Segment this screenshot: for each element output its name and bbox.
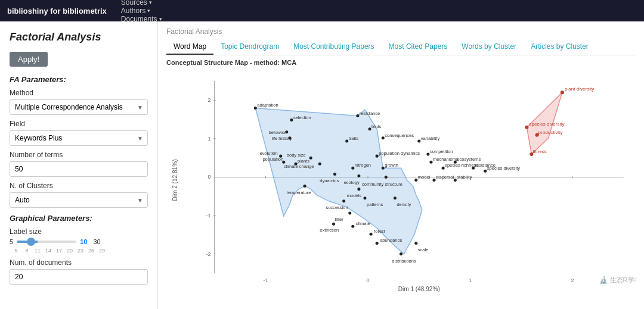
svg-text:dynamics: dynamics <box>320 178 339 183</box>
svg-text:body size: body size <box>287 152 306 158</box>
tab-topic-dendrogram[interactable]: Topic Dendrogram <box>213 39 286 55</box>
method-label: Method <box>10 89 148 97</box>
svg-text:variability: variability <box>421 136 440 141</box>
svg-text:adaptation: adaptation <box>257 102 278 108</box>
num-docs-label: Num. of documents <box>10 258 148 267</box>
svg-text:2: 2 <box>571 277 574 283</box>
tab-articles-by-cluster[interactable]: Articles by Cluster <box>524 39 596 55</box>
svg-text:2: 2 <box>208 97 211 103</box>
label-size-slider-row: 5 10 30 <box>10 238 148 245</box>
svg-text:density: density <box>397 202 411 207</box>
svg-text:plants: plants <box>298 158 309 164</box>
brand-label: biblioshiny for bibliometrix <box>7 7 107 15</box>
sidebar: Factorial Analysis Apply! FA Parameters:… <box>0 21 158 309</box>
svg-text:Dim 1 (48.92%): Dim 1 (48.92%) <box>398 286 440 292</box>
svg-text:extinction: extinction <box>320 227 339 233</box>
svg-text:distributions: distributions <box>392 258 416 264</box>
svg-text:traits: traits <box>349 136 359 141</box>
svg-text:fitness: fitness <box>532 149 546 154</box>
point-competition <box>426 153 429 156</box>
svg-text:1: 1 <box>469 277 472 283</box>
chart-title: Conceptual Structure Map - method: MCA <box>166 59 636 66</box>
svg-text:forest: forest <box>374 229 386 234</box>
svg-text:species diversity: species diversity <box>487 166 521 171</box>
point-mechanisms <box>429 161 432 164</box>
svg-text:temperature: temperature <box>287 190 311 195</box>
svg-text:population dynamics: population dynamics <box>379 151 420 156</box>
navbar: biblioshiny for bibliometrix WelcomeData… <box>0 0 644 21</box>
svg-text:consequences: consequences <box>385 133 414 138</box>
svg-text:productivity: productivity <box>538 130 564 135</box>
svg-text:behavior: behavior <box>269 130 286 135</box>
tab-word-map[interactable]: Word Map <box>166 39 213 55</box>
point-stability <box>454 179 457 182</box>
point-dynamics <box>333 173 336 176</box>
point-abundance <box>376 242 379 245</box>
point-extinction <box>332 223 335 226</box>
n-clusters-select-wrapper: Auto2345 ▼ <box>10 192 148 208</box>
svg-text:dispersal: dispersal <box>436 174 454 180</box>
point-birds <box>369 127 371 130</box>
svg-text:model: model <box>418 174 431 180</box>
point-scale <box>414 242 417 245</box>
svg-text:-1: -1 <box>206 213 211 219</box>
point-community-structure <box>385 176 388 179</box>
tab-most-cited-papers[interactable]: Most Cited Papers <box>382 39 455 55</box>
field-select[interactable]: Keywords PlusAuthor KeywordsTitleAbstrac… <box>10 130 148 146</box>
tabs-bar: Word MapTopic DendrogramMost Contributin… <box>166 39 636 55</box>
slider-min-val: 5 <box>10 238 13 245</box>
svg-text:-2: -2 <box>206 251 211 257</box>
scatter-chart: 2 1 0 -1 -2 Dim 2 (12.81%) -1 0 1 <box>166 68 636 292</box>
point-forest <box>370 233 373 236</box>
point-patterns <box>363 196 366 199</box>
point-plant-diversity <box>561 90 564 94</box>
point-temperature <box>304 185 306 188</box>
svg-text:stability: stability <box>457 174 472 180</box>
point-succession <box>342 199 345 202</box>
fa-params-label: FA Parameters: <box>10 75 148 84</box>
svg-text:ecosystems: ecosystems <box>457 157 481 162</box>
tab-most-contributing-papers[interactable]: Most Contributing Papers <box>286 39 381 55</box>
point-density <box>394 196 397 199</box>
n-clusters-select[interactable]: Auto2345 <box>10 192 148 208</box>
nav-item-sources[interactable]: Sources▾ <box>116 0 198 7</box>
point-nitrogen <box>351 167 354 170</box>
tab-words-by-cluster[interactable]: Words by Cluster <box>454 39 524 55</box>
slider-ticks: 5811141720232629 <box>11 248 148 254</box>
svg-text:0: 0 <box>366 277 369 283</box>
num-docs-input[interactable] <box>10 269 148 285</box>
svg-text:climate: climate <box>356 221 370 226</box>
point-adaptation <box>254 107 257 110</box>
chart-container: 2 1 0 -1 -2 Dim 2 (12.81%) -1 0 1 <box>166 68 636 292</box>
label-size-slider[interactable] <box>17 241 76 243</box>
slider-current-val: 10 <box>80 238 87 245</box>
point-species-diversity <box>525 126 528 129</box>
svg-text:birds: birds <box>371 124 382 129</box>
point-distributions <box>400 252 402 255</box>
nav-arrow: ▾ <box>147 8 150 14</box>
point-ecology <box>357 174 360 177</box>
breadcrumb: Factorial Analysis <box>166 27 636 36</box>
apply-button[interactable]: Apply! <box>10 52 48 67</box>
svg-text:resistance: resistance <box>360 111 380 116</box>
svg-text:life history: life history <box>272 136 292 141</box>
svg-text:growth: growth <box>385 163 398 168</box>
svg-text:-1: -1 <box>263 277 268 283</box>
num-terms-label: Number of terms <box>10 151 148 159</box>
svg-text:community structure: community structure <box>362 182 402 187</box>
svg-text:scale: scale <box>418 247 429 252</box>
method-select-wrapper: Multiple Correspondence AnalysisCorrespo… <box>10 99 148 115</box>
svg-text:models: models <box>347 193 362 198</box>
nav-item-authors[interactable]: Authors▾ <box>116 7 198 15</box>
point-variability <box>417 139 420 142</box>
point-climate-change <box>318 163 321 166</box>
point-traits <box>345 139 348 142</box>
svg-text:abundance: abundance <box>380 238 402 243</box>
point-models2 <box>357 188 360 191</box>
num-terms-input[interactable] <box>10 161 148 177</box>
svg-text:population: population <box>262 157 283 162</box>
point-model <box>414 179 417 182</box>
svg-text:plant diversity: plant diversity <box>565 86 595 92</box>
method-select[interactable]: Multiple Correspondence AnalysisCorrespo… <box>10 99 148 115</box>
nav-arrow: ▾ <box>149 0 152 5</box>
